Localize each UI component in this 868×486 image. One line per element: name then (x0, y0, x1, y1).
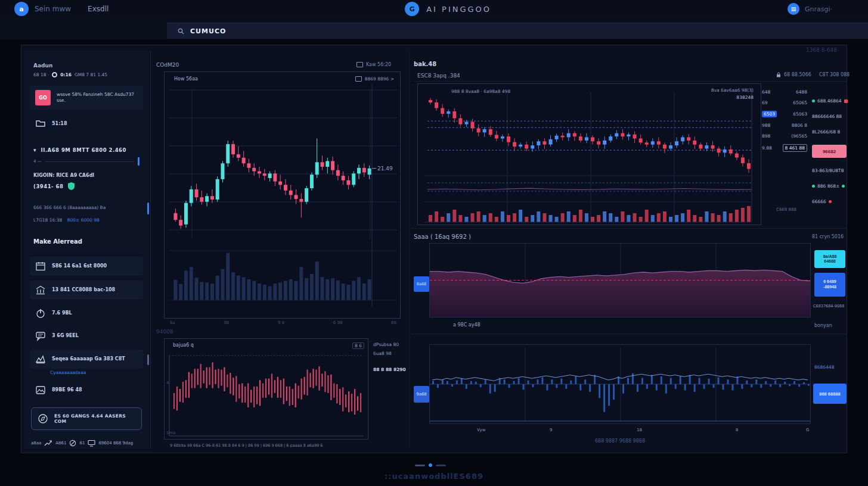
bank-icon (35, 285, 46, 295)
trend-arrow-icon[interactable] (44, 440, 52, 447)
page-dash[interactable] (415, 465, 425, 466)
scale-tick: 988 (762, 123, 770, 128)
x-tick: 9 8 (278, 320, 284, 325)
x-tick: 98 (224, 320, 229, 325)
order-label: 688.46864 (817, 98, 842, 104)
area-side-note: C6837684-9088 (813, 304, 844, 309)
account-icon[interactable]: ▤ (788, 3, 799, 15)
item-label: 89BE 96 48 (52, 387, 82, 392)
mini-slider-row[interactable]: 4 — (33, 157, 140, 166)
brand-secondary[interactable]: Exsdll (88, 5, 108, 13)
bars-x-tick: 18 (637, 428, 642, 432)
folder-item[interactable]: 51:18 (30, 114, 143, 132)
page-dash[interactable] (436, 465, 446, 466)
panelB-title: Saaa ( 16aq 9692 ) (414, 233, 471, 240)
main-chart-xticks: 6a 98 9 8 6 98 88 (170, 320, 396, 325)
scale-row: 988 8806 8 (762, 123, 807, 128)
panelA-sub-right: 68 88.5066 (776, 72, 811, 77)
bars-x-tick: 9 (550, 428, 552, 432)
frame-note: 1368 8-648 (806, 47, 837, 53)
shield-row: (3941- 68 (33, 182, 140, 191)
osc-corner-chip[interactable]: 8 6 (352, 342, 364, 349)
bars-chart-card (429, 344, 811, 424)
sidebar-item-bank[interactable]: 13 841 CC8088 bac-108 (30, 281, 143, 300)
area-blue-button[interactable]: 6 6489 -88948 (814, 273, 845, 297)
oscillator-chart[interactable] (165, 339, 368, 439)
candlestick-chart[interactable]: 21.49 (165, 72, 400, 318)
x-tick: 6 98 (333, 320, 343, 325)
order-label: 88666646 88 (812, 114, 842, 119)
account-label[interactable]: Gnrasgi· (805, 5, 832, 13)
sidebar-item-chat[interactable]: 3 6G 9EEL (30, 327, 143, 345)
osc-label: bajua6 q (173, 342, 194, 348)
slash-circle-icon[interactable] (69, 440, 76, 447)
osc-side-label-1: dPsubsa 80 (373, 342, 399, 347)
scale-tick: 898 (762, 133, 770, 139)
power-icon (35, 308, 46, 319)
bars-left-badge[interactable]: 9a68 (414, 386, 429, 403)
oscillator-card: bajua6 q 8 6 4 Sma (164, 338, 368, 440)
sidebar-scrollbar-gray[interactable] (147, 354, 149, 365)
area-chart[interactable] (430, 244, 810, 317)
record-icon (52, 72, 57, 77)
scale-row: 898 (96565 (762, 133, 807, 139)
meta-mid: 0:16 (60, 72, 72, 77)
right-candlestick-chart[interactable] (418, 84, 761, 225)
panelA-divider (414, 81, 847, 82)
sidebar-item-image[interactable]: 89BE 96 48 (30, 381, 143, 399)
page-dot-active[interactable] (429, 463, 432, 467)
sidebar-item-power[interactable]: 7.6 9BL (30, 304, 143, 322)
item-sublink[interactable]: Cyaaaaaaadaaa (50, 370, 140, 375)
panelA-far-right: C8T 308 088 (819, 72, 850, 77)
main-chart-toolbar[interactable]: 8869 8896 > (355, 76, 394, 82)
red-square-icon (844, 99, 848, 103)
main-chart-toolbar-label: 8869 8896 > (365, 76, 394, 82)
osc-left-tick: 4 (166, 381, 169, 385)
scale-label: 65063 (793, 111, 807, 117)
kigoin-line: KIGOIN: RICE A9 CA6dl (33, 173, 140, 178)
panelB-header-right: 81 cryn 5016 (812, 234, 844, 239)
order-panel: 688.46864 88666646 88 8L2666/68 8 96682 … (812, 98, 849, 204)
panel1-title: COdM20 (156, 62, 179, 68)
sidebar-footer: a8aa A861 61 69604 868 9dag (31, 440, 142, 447)
sidebar-scrollbar-blue[interactable] (147, 202, 149, 214)
panel2-title: 94008 (156, 329, 173, 335)
camera-icon (355, 76, 362, 82)
footer-item: 69604 868 9dag (98, 441, 133, 446)
app-logo-icon[interactable]: a (14, 2, 29, 16)
slider-thumb[interactable] (138, 157, 140, 166)
bars-x-tick: Vyw (477, 428, 485, 432)
bars-chart[interactable] (430, 345, 810, 423)
osc-side-label-3: 88 8 88 8290 (373, 367, 406, 372)
item-label: 13 841 CC8088 bac-108 (52, 287, 115, 292)
panel1-header-right-label: Kaw 56:20 (366, 62, 391, 67)
search-input[interactable]: CUMUCO (167, 23, 868, 39)
sidebar-meta-row: 68 18 · 0:16 GM8 7 81 1.45 (33, 72, 149, 77)
mountain-chart-icon (35, 354, 46, 364)
area-side-note-2: bonyan (814, 323, 832, 328)
promo-card[interactable]: GO wssve 58% Fanzineh 58C Asdu737 sse. (30, 86, 143, 110)
panel1-header-right[interactable]: Kaw 56:20 (356, 62, 391, 67)
brand-primary[interactable]: Sein mww (35, 5, 71, 13)
sidebar-divider (150, 51, 151, 448)
scale-label-boxed: 8 461 88 (783, 144, 807, 152)
x-tick: 88 (391, 320, 396, 325)
sell-button[interactable]: 96682 (812, 145, 847, 158)
area-left-badge[interactable]: 8a68 (414, 276, 429, 292)
sidebar-cta[interactable]: ES 60 GANGS 4.64 AASERS COM (31, 407, 142, 430)
order-label: 886 868± (817, 183, 839, 189)
sidebar-item-analytics[interactable]: Seqea 6aaaaap Ga 383 C8T (30, 350, 143, 369)
order-label: 66666 (812, 199, 826, 204)
monitor-icon[interactable] (88, 440, 95, 447)
green-dot-icon (842, 185, 845, 188)
bars-blue-button[interactable]: 868 68888 (813, 384, 847, 404)
link-blue[interactable]: 800± 6000 98 (67, 217, 100, 223)
app-title: AI PINGGOO (426, 5, 491, 14)
area-cyan-button[interactable]: 8a/A88 64688 (814, 250, 845, 268)
bars-caption: 688 9887 9688 9888 (429, 438, 811, 444)
search-icon (178, 28, 184, 35)
sidebar-item-schedule[interactable]: S86 14 6a1 6st 8000 (30, 257, 143, 276)
scale-tick: 69 (762, 100, 768, 105)
scale-row-highlight: 6503 65063 (762, 111, 807, 117)
symbol-dropdown[interactable]: ▾ II.A68 9M 8MTT 6800 2.460 (30, 145, 143, 155)
